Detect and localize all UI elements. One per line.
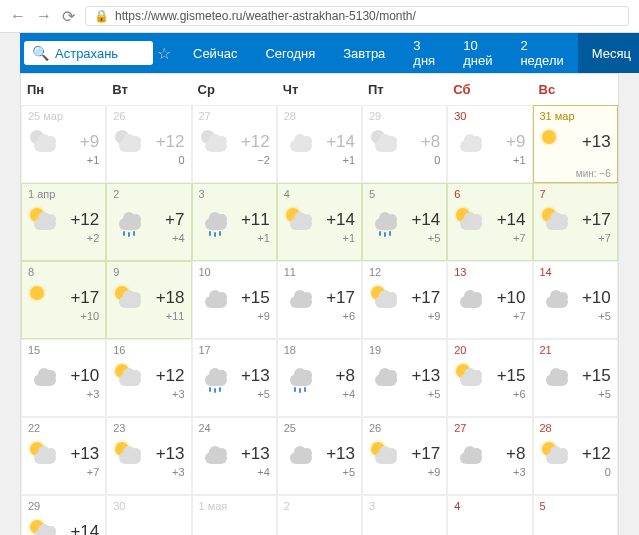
favorite-star-icon[interactable]: ☆ bbox=[157, 44, 171, 63]
cell-temps: +14+7 bbox=[497, 210, 526, 244]
month-calendar: ПнВтСрЧтПтСбВс 25 мар+9+126+12027+12−228… bbox=[20, 73, 619, 535]
calendar-cell[interactable]: 30+9+1 bbox=[447, 105, 532, 183]
rain-icon bbox=[367, 204, 399, 236]
calendar-cell[interactable]: 20+15+6 bbox=[447, 339, 532, 417]
tab-period[interactable]: Месяц bbox=[578, 33, 639, 73]
temp-high: +7 bbox=[165, 210, 184, 230]
temp-high: +12 bbox=[156, 132, 185, 152]
cell-temps: +13+5 bbox=[241, 366, 270, 400]
calendar-cell[interactable]: 13+10+7 bbox=[447, 261, 532, 339]
calendar-cell[interactable]: 5+14+5 bbox=[362, 183, 447, 261]
browser-toolbar: ← → ⟳ 🔒 https://www.gismeteo.ru/weather-… bbox=[0, 0, 639, 33]
search-input[interactable] bbox=[55, 46, 145, 61]
tab-period[interactable]: Завтра bbox=[329, 33, 399, 73]
calendar-cell[interactable]: 6+14+7 bbox=[447, 183, 532, 261]
partly-icon bbox=[452, 204, 484, 236]
tab-period[interactable]: 2 недели bbox=[506, 33, 577, 73]
calendar-cell[interactable]: 15+10+3 bbox=[21, 339, 106, 417]
rain-icon bbox=[111, 204, 143, 236]
tab-period[interactable]: 3 дня bbox=[399, 33, 449, 73]
calendar-cell[interactable]: 9+18+11 bbox=[106, 261, 191, 339]
cell-temps: +12+3 bbox=[156, 366, 185, 400]
cloudy-icon bbox=[538, 360, 570, 392]
calendar-cell[interactable]: 11+17+6 bbox=[277, 261, 362, 339]
temp-high: +11 bbox=[241, 210, 270, 230]
cell-temps: +17+7 bbox=[582, 210, 611, 244]
tab-period[interactable]: Сегодня bbox=[251, 33, 329, 73]
tab-period[interactable]: 10 дней bbox=[449, 33, 506, 73]
cell-date: 16 bbox=[113, 344, 184, 356]
back-button[interactable]: ← bbox=[10, 7, 26, 25]
calendar-cell[interactable]: 29+14+4 bbox=[21, 495, 106, 535]
calendar-cell[interactable]: 14+10+5 bbox=[533, 261, 618, 339]
cell-temps: +8+4 bbox=[336, 366, 355, 400]
cell-date: 29 bbox=[369, 110, 440, 122]
forward-button[interactable]: → bbox=[36, 7, 52, 25]
temp-low: +1 bbox=[326, 154, 355, 166]
partly-icon bbox=[367, 282, 399, 314]
calendar-cell[interactable]: 1 апр+12+2 bbox=[21, 183, 106, 261]
cell-date: 21 bbox=[540, 344, 611, 356]
temp-low: +1 bbox=[80, 154, 99, 166]
weekday-label: Чт bbox=[277, 74, 362, 105]
calendar-cell[interactable]: 2+7+4 bbox=[106, 183, 191, 261]
calendar-cell[interactable]: 26+120 bbox=[106, 105, 191, 183]
cell-temps: +15+5 bbox=[582, 366, 611, 400]
cell-date: 12 bbox=[369, 266, 440, 278]
calendar-cell[interactable]: 28+120 bbox=[533, 417, 618, 495]
city-search[interactable]: 🔍 bbox=[24, 41, 153, 65]
calendar-cell[interactable]: 23+13+3 bbox=[106, 417, 191, 495]
tab-period[interactable]: Сейчас bbox=[179, 33, 251, 73]
reload-button[interactable]: ⟳ bbox=[62, 7, 75, 26]
calendar-cell[interactable]: 17+13+5 bbox=[192, 339, 277, 417]
calendar-cell[interactable]: 18+8+4 bbox=[277, 339, 362, 417]
weekday-label: Пн bbox=[21, 74, 106, 105]
calendar-cell[interactable]: 27+12−2 bbox=[192, 105, 277, 183]
cell-date: 5 bbox=[540, 500, 611, 512]
temp-low: +4 bbox=[241, 466, 270, 478]
calendar-cell[interactable]: 25+13+5 bbox=[277, 417, 362, 495]
calendar-cell[interactable]: 12+17+9 bbox=[362, 261, 447, 339]
calendar-cell[interactable]: 28+14+1 bbox=[277, 105, 362, 183]
calendar-cell[interactable]: 19+13+5 bbox=[362, 339, 447, 417]
temp-low: +3 bbox=[506, 466, 525, 478]
cloudy-icon bbox=[197, 438, 229, 470]
temp-low: +6 bbox=[326, 310, 355, 322]
calendar-cell[interactable]: 8+17+10 bbox=[21, 261, 106, 339]
calendar-grid: 25 мар+9+126+12027+12−228+14+129+8030+9+… bbox=[21, 105, 618, 535]
cloudy-icon bbox=[538, 282, 570, 314]
calendar-cell[interactable]: 7+17+7 bbox=[533, 183, 618, 261]
calendar-cell[interactable]: 22+13+7 bbox=[21, 417, 106, 495]
calendar-cell[interactable]: 26+17+9 bbox=[362, 417, 447, 495]
rain-icon bbox=[197, 204, 229, 236]
cell-temps: +12+2 bbox=[70, 210, 99, 244]
cell-date: 30 bbox=[454, 110, 525, 122]
cell-temps: +8+3 bbox=[506, 444, 525, 478]
partly-icon bbox=[111, 126, 143, 158]
address-bar[interactable]: 🔒 https://www.gismeteo.ru/weather-astrak… bbox=[85, 6, 629, 26]
calendar-cell[interactable]: 3+11+1 bbox=[192, 183, 277, 261]
temp-low: +9 bbox=[411, 310, 440, 322]
calendar-cell[interactable]: 10+15+9 bbox=[192, 261, 277, 339]
temp-high: +13 bbox=[582, 132, 611, 152]
cloudy-icon bbox=[197, 282, 229, 314]
calendar-cell[interactable]: 24+13+4 bbox=[192, 417, 277, 495]
cell-temps: +9+1 bbox=[80, 132, 99, 166]
temp-low: +9 bbox=[411, 466, 440, 478]
calendar-cell[interactable]: 29+80 bbox=[362, 105, 447, 183]
calendar-cell[interactable]: 21+15+5 bbox=[533, 339, 618, 417]
cell-date: 27 bbox=[454, 422, 525, 434]
calendar-cell[interactable]: 31 мар+13мин: −6 bbox=[533, 105, 618, 183]
calendar-cell: 30 bbox=[106, 495, 191, 535]
temp-low: +5 bbox=[411, 232, 440, 244]
partly-icon bbox=[538, 438, 570, 470]
calendar-cell[interactable]: 27+8+3 bbox=[447, 417, 532, 495]
calendar-cell[interactable]: 16+12+3 bbox=[106, 339, 191, 417]
temp-min-note: мин: −6 bbox=[576, 168, 611, 179]
temp-high: +17 bbox=[582, 210, 611, 230]
partly-icon bbox=[282, 204, 314, 236]
temp-high: +8 bbox=[421, 132, 440, 152]
calendar-cell[interactable]: 4+14+1 bbox=[277, 183, 362, 261]
calendar-cell[interactable]: 25 мар+9+1 bbox=[21, 105, 106, 183]
cell-temps: +7+4 bbox=[165, 210, 184, 244]
